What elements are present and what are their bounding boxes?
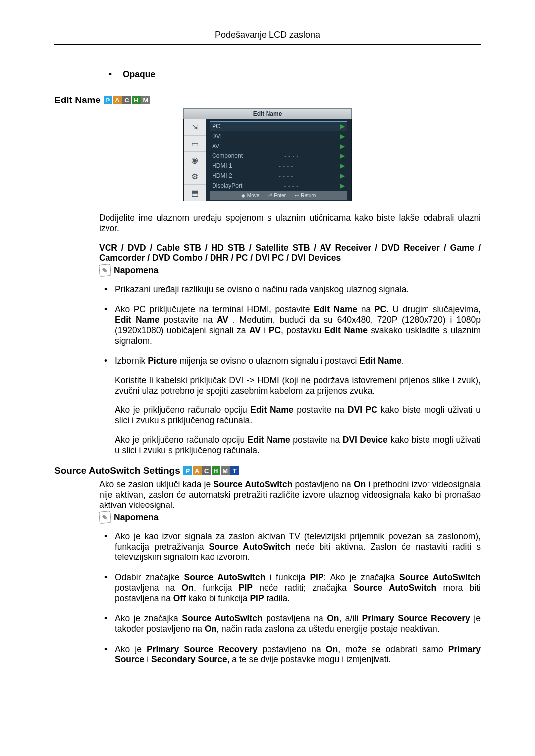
osd-footer: ◆Move ⏎Enter ↩Return (210, 191, 347, 200)
osd-row-dvi[interactable]: DVI - - - - ▶ (210, 131, 347, 141)
device-list: VCR / DVD / Cable STB / HD STB / Satelli… (99, 243, 481, 263)
opaque-bullet: •Opaque (109, 69, 481, 80)
edit-name-intro: Dodijelite ime ulaznom uređaju spojenom … (99, 213, 481, 234)
osd-screenshot: Edit Name ⇲ ▭ ◉ ⚙ ⬒ PC - - - - ▶ DVI - -… (54, 108, 481, 201)
sound-icon: ◉ (184, 152, 206, 168)
list-item: Ako je značajka Source AutoSwitch postav… (99, 613, 481, 634)
osd-row-av[interactable]: AV - - - - ▶ (210, 141, 347, 151)
chevron-right-icon: ▶ (340, 152, 345, 159)
osd-sidebar: ⇲ ▭ ◉ ⚙ ⬒ (184, 119, 206, 201)
osd-row-hdmi1[interactable]: HDMI 1 - - - - ▶ (210, 161, 347, 171)
return-icon: ↩ (295, 193, 299, 198)
input-icon: ⇲ (184, 119, 206, 136)
mode-icons-autoswitch: P A C H M T (183, 466, 239, 475)
list-item: Ako je Primary Source Recovery postavlje… (99, 644, 481, 665)
list-item: Prikazani uređaji razlikuju se ovisno o … (99, 284, 481, 295)
note-row-1: ✎ Napomena (99, 264, 481, 276)
chevron-right-icon: ▶ (340, 172, 345, 179)
page-header: Podešavanje LCD zaslona (54, 30, 481, 45)
chevron-right-icon: ▶ (340, 133, 345, 140)
chevron-right-icon: ▶ (340, 162, 345, 169)
picture-icon: ▭ (184, 136, 206, 152)
note-icon: ✎ (99, 511, 111, 524)
note-row-2: ✎ Napomena (99, 511, 481, 523)
edit-name-bullets: Prikazani uređaji razlikuju se ovisno o … (99, 284, 481, 455)
osd-title: Edit Name (183, 108, 352, 119)
note-icon: ✎ (99, 264, 111, 277)
osd-row-displayport[interactable]: DisplayPort - - - - ▶ (210, 181, 347, 191)
list-item: Izbornik Picture mijenja se ovisno o ula… (99, 356, 481, 455)
osd-row-pc[interactable]: PC - - - - ▶ (210, 121, 347, 131)
list-item: Ako PC priključujete na terminal HDMI, p… (99, 304, 481, 346)
move-icon: ◆ (241, 193, 245, 198)
mode-icons-edit-name: P A C H M (104, 96, 150, 104)
osd-row-hdmi2[interactable]: HDMI 2 - - - - ▶ (210, 171, 347, 181)
osd-list: PC - - - - ▶ DVI - - - - ▶ AV - - - - ▶ … (206, 119, 351, 201)
autoswitch-bullets: Ako je kao izvor signala za zaslon aktiv… (99, 531, 481, 665)
list-item: Odabir značajke Source AutoSwitch i funk… (99, 572, 481, 604)
chevron-right-icon: ▶ (340, 143, 345, 150)
autoswitch-intro: Ako se zaslon uključi kada je Source Aut… (99, 479, 481, 510)
setup-icon: ⚙ (184, 168, 206, 185)
enter-icon: ⏎ (268, 193, 272, 198)
heading-edit-name: Edit Name P A C H M (54, 95, 481, 105)
osd-row-component[interactable]: Component - - - - ▶ (210, 151, 347, 161)
list-item: Ako je kao izvor signala za zaslon aktiv… (99, 531, 481, 562)
chevron-right-icon: ▶ (340, 182, 345, 189)
multi-icon: ⬒ (184, 185, 206, 201)
footer-rule (54, 690, 481, 690)
heading-autoswitch: Source AutoSwitch Settings P A C H M T (54, 465, 481, 476)
chevron-right-icon: ▶ (340, 123, 345, 130)
